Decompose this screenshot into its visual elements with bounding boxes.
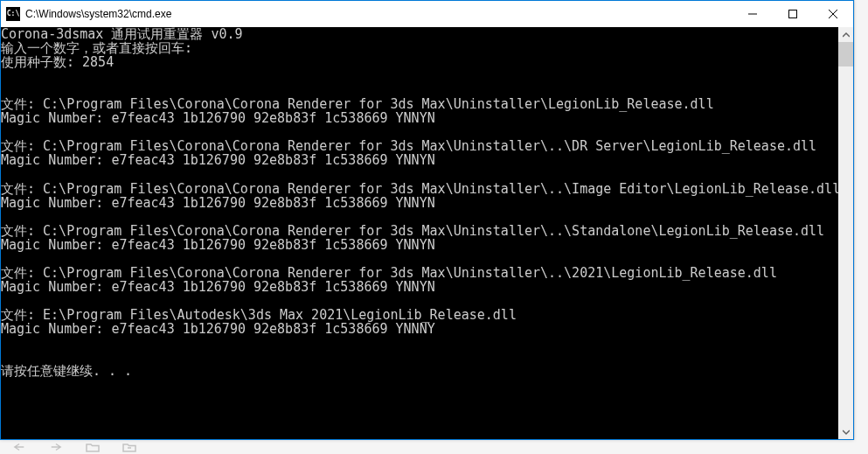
window-controls xyxy=(733,1,853,27)
background-toolbar xyxy=(9,440,140,454)
background-right-strip xyxy=(854,0,868,454)
maximize-button[interactable] xyxy=(773,1,813,27)
folder-icon-2 xyxy=(119,441,140,453)
scroll-up-button[interactable] xyxy=(838,27,853,42)
cmd-window: C:\ C:\Windows\system32\cmd.exe Corona-3… xyxy=(0,0,854,440)
client-area: Corona-3dsmax 通用试用重置器 v0.9 输入一个数字，或者直接按回… xyxy=(1,27,853,439)
scrollbar-track[interactable] xyxy=(838,42,853,424)
folder-icon xyxy=(82,441,103,453)
scroll-down-button[interactable] xyxy=(838,424,853,439)
forward-arrow-icon xyxy=(45,441,66,453)
background-bottom-strip xyxy=(0,440,868,454)
back-arrow-icon xyxy=(9,441,30,453)
close-button[interactable] xyxy=(813,1,853,27)
console-output[interactable]: Corona-3dsmax 通用试用重置器 v0.9 输入一个数字，或者直接按回… xyxy=(1,27,838,439)
vertical-scrollbar[interactable] xyxy=(838,27,853,439)
svg-rect-0 xyxy=(789,10,797,18)
cmd-icon: C:\ xyxy=(6,7,20,21)
titlebar[interactable]: C:\ C:\Windows\system32\cmd.exe xyxy=(1,1,853,27)
window-title: C:\Windows\system32\cmd.exe xyxy=(25,8,733,20)
minimize-button[interactable] xyxy=(733,1,773,27)
scrollbar-thumb[interactable] xyxy=(838,42,853,66)
